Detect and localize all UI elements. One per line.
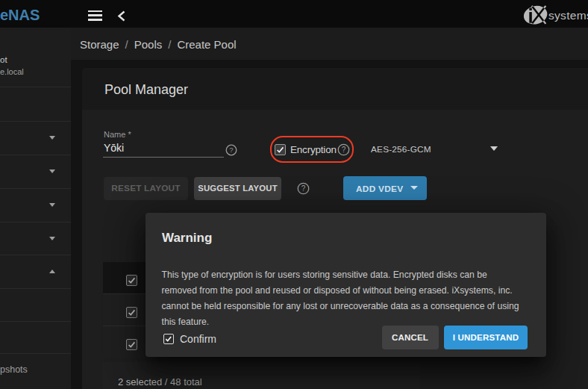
svg-text:?: ? <box>229 146 233 154</box>
svg-text:?: ? <box>301 184 306 193</box>
svg-text:?: ? <box>342 146 346 154</box>
svg-text:systems: systems <box>548 9 588 22</box>
